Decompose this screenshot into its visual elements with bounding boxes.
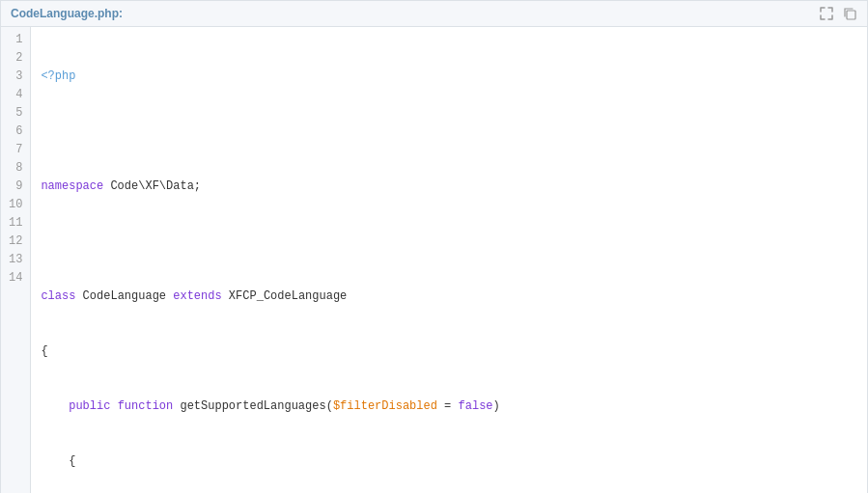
code-line-4: [41, 233, 857, 251]
code-line-5: class CodeLanguage extends XFCP_CodeLang…: [41, 288, 857, 306]
svg-rect-0: [847, 11, 855, 19]
code-line-7: public function getSupportedLanguages($f…: [41, 397, 857, 416]
code-line-3: namespace Code\XF\Data;: [41, 178, 857, 196]
copy-icon[interactable]: [842, 6, 857, 21]
code-body: 1 2 3 4 5 6 7 8 9 10 11 12 13 14 <?php n…: [1, 27, 867, 493]
code-header-icons: [819, 6, 857, 21]
code-line-8: {: [41, 452, 857, 471]
expand-icon[interactable]: [819, 6, 834, 21]
code-filename: CodeLanguage.php:: [11, 7, 123, 20]
line-numbers: 1 2 3 4 5 6 7 8 9 10 11 12 13 14: [1, 27, 31, 493]
page-wrapper: CodeLanguage.php: 1: [0, 0, 868, 493]
code-line-6: {: [41, 342, 857, 361]
code-header: CodeLanguage.php:: [1, 1, 867, 27]
first-code-block: CodeLanguage.php: 1: [0, 0, 868, 493]
code-line-2: [41, 123, 857, 141]
code-line-1: <?php: [41, 68, 857, 86]
code-content: <?php namespace Code\XF\Data; class Code…: [31, 27, 867, 493]
